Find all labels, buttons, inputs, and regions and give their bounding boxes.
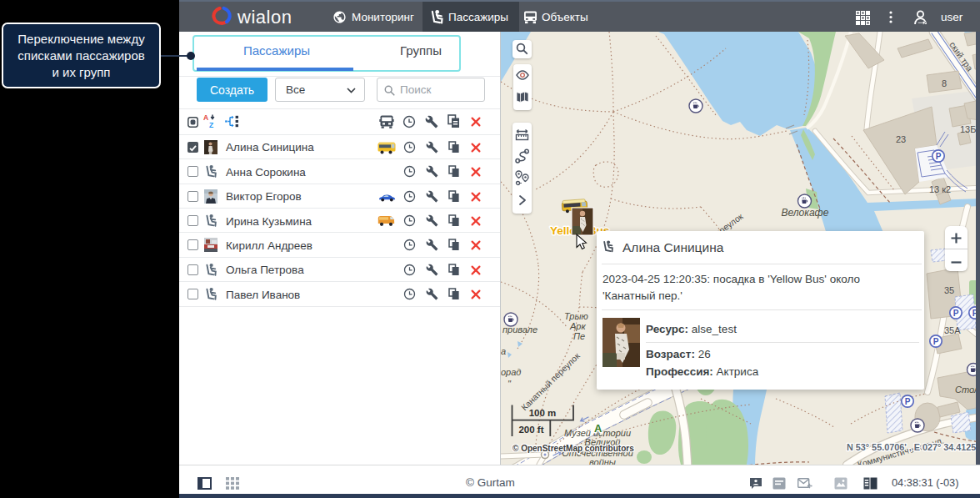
svg-text:A: A [203, 114, 208, 122]
svg-text:войны: войны [589, 457, 616, 465]
svg-text:Канатный переулок: Канатный переулок [520, 351, 582, 413]
svg-text:ский тра: ский тра [948, 40, 974, 73]
svg-text:P: P [905, 397, 911, 406]
svg-text:200 ft: 200 ft [518, 425, 543, 435]
svg-text:привале: привале [502, 324, 538, 335]
svg-text:N 53° 55.0706' , E 027° 34.412: N 53° 55.0706' , E 027° 34.4125' [847, 442, 978, 452]
svg-text:Пе: Пе [573, 331, 585, 341]
svg-text:орад: орад [501, 367, 521, 377]
svg-text:P: P [936, 152, 942, 161]
svg-text:Арк: Арк [569, 321, 586, 331]
svg-text:13 к2: 13 к2 [929, 184, 951, 194]
svg-text:23: 23 [896, 134, 906, 144]
svg-text:35: 35 [944, 285, 954, 295]
svg-text:Велокафе: Велокафе [782, 207, 829, 219]
svg-text:": " [508, 379, 512, 389]
svg-text:8: 8 [942, 78, 947, 88]
svg-text:Z: Z [209, 121, 213, 128]
svg-text:а: а [501, 346, 506, 356]
svg-text:P: P [933, 337, 939, 346]
svg-text:Трыю: Трыю [564, 311, 588, 321]
svg-text:P: P [953, 309, 959, 318]
svg-text:13Б: 13Б [960, 124, 976, 134]
svg-text:100 m: 100 m [529, 408, 557, 418]
svg-text:А: А [594, 422, 602, 435]
svg-text:35А: 35А [944, 325, 961, 335]
svg-text:© OpenStreetMap contributors: © OpenStreetMap contributors [512, 444, 634, 453]
